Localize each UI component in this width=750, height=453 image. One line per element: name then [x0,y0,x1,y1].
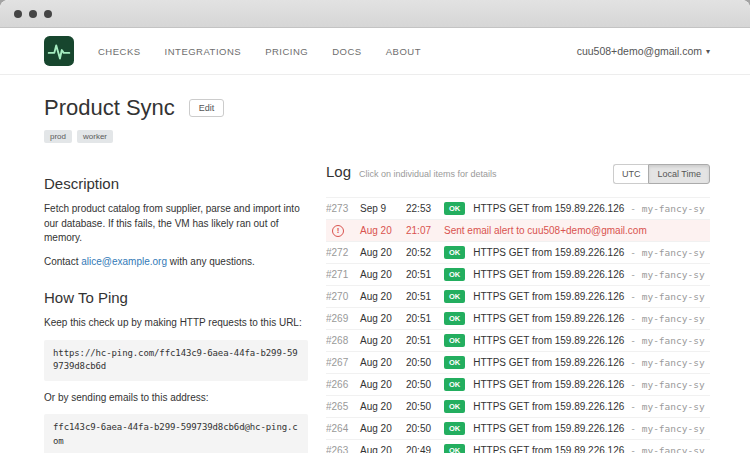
ok-status-badge: OK [444,334,465,348]
log-row-id: #270 [326,291,360,302]
log-row[interactable]: #272 Aug 20 20:52 OK HTTPS GET from 159.… [326,242,710,264]
log-row-event: HTTPS GET from 159.89.226.126 [473,445,624,453]
log-row-date: Aug 20 [360,401,406,412]
log-row-date: Aug 20 [360,225,406,236]
log-row-id: #264 [326,423,360,434]
ok-status-badge: OK [444,268,465,282]
ok-status-badge: OK [444,444,465,453]
check-title-row: Product Sync Edit [44,95,710,121]
ok-status-badge: OK [444,246,465,260]
log-row-time: 20:51 [406,291,444,302]
log-row[interactable]: #266 Aug 20 20:50 OK HTTPS GET from 159.… [326,374,710,396]
log-row-date: Sep 9 [360,203,406,214]
two-column-layout: Description Fetch product catalog from s… [44,161,710,453]
log-row-id: #272 [326,247,360,258]
log-row-time: 20:52 [406,247,444,258]
log-row-time: 22:53 [406,203,444,214]
contact-email-link[interactable]: alice@example.org [81,256,167,267]
log-row[interactable]: #273 Sep 9 22:53 OK HTTPS GET from 159.8… [326,198,710,220]
ok-status-badge: OK [444,202,465,216]
log-row-id: #266 [326,379,360,390]
log-header: Log Click on individual items for detail… [326,163,710,184]
log-row-id: #265 [326,401,360,412]
description-heading: Description [44,175,308,192]
log-row-agent: - my-fancy-sy [630,401,710,412]
log-row-date: Aug 20 [360,269,406,280]
log-row-date: Aug 20 [360,357,406,368]
log-row[interactable]: #264 Aug 20 20:50 OK HTTPS GET from 159.… [326,418,710,440]
log-row-date: Aug 20 [360,335,406,346]
log-row-agent: - my-fancy-sy [630,357,710,368]
log-row-time: 20:49 [406,445,444,453]
account-menu[interactable]: cuu508+demo@gmail.com ▾ [577,45,710,57]
log-row[interactable]: #265 Aug 20 20:50 OK HTTPS GET from 159.… [326,396,710,418]
log-row-time: 20:51 [406,313,444,324]
tag-badge: prod [44,130,72,143]
log-row[interactable]: #269 Aug 20 20:51 OK HTTPS GET from 159.… [326,308,710,330]
log-rows: #273 Sep 9 22:53 OK HTTPS GET from 159.8… [326,197,710,453]
log-row-agent: - my-fancy-sy [630,247,710,258]
log-row[interactable]: #263 Aug 20 20:49 OK HTTPS GET from 159.… [326,440,710,453]
log-row[interactable]: #267 Aug 20 20:50 OK HTTPS GET from 159.… [326,352,710,374]
account-email: cuu508+demo@gmail.com [577,45,702,57]
timezone-toggle: UTC Local Time [613,164,710,184]
log-row-date: Aug 20 [360,423,406,434]
log-row[interactable]: #268 Aug 20 20:51 OK HTTPS GET from 159.… [326,330,710,352]
log-row[interactable]: #271 Aug 20 20:51 OK HTTPS GET from 159.… [326,264,710,286]
log-row-agent: - my-fancy-sy [630,379,710,390]
ok-status-badge: OK [444,356,465,370]
window-control-dot [14,10,22,18]
nav-item-integrations[interactable]: INTEGRATIONS [165,46,242,57]
top-navbar: CHECKS INTEGRATIONS PRICING DOCS ABOUT c… [0,28,750,75]
utc-button[interactable]: UTC [613,164,649,184]
log-row-event: HTTPS GET from 159.89.226.126 [473,379,624,390]
log-hint: Click on individual items for details [359,169,497,179]
log-row-agent: - my-fancy-sy [630,423,710,434]
log-row-id: #273 [326,203,360,214]
ping-email-code: ffc143c9-6aea-44fa-b299-599739d8cb6d@hc-… [44,414,308,453]
log-row-agent: - my-fancy-sy [630,269,710,280]
page-title: Product Sync [44,95,175,121]
healthchecks-logo-icon[interactable] [44,36,74,66]
log-row-date: Aug 20 [360,379,406,390]
nav-item-docs[interactable]: DOCS [332,46,361,57]
log-row-date: Aug 20 [360,313,406,324]
ok-status-badge: OK [444,400,465,414]
contact-line: Contact alice@example.org with any quest… [44,255,308,270]
log-row-agent: - my-fancy-sy [630,291,710,302]
nav-item-about[interactable]: ABOUT [386,46,421,57]
nav-item-checks[interactable]: CHECKS [98,46,141,57]
log-row-date: Aug 20 [360,445,406,453]
log-row-id: #263 [326,445,360,453]
log-row-agent: - my-fancy-sy [630,335,710,346]
log-row-time: 20:50 [406,423,444,434]
log-alert-row[interactable]: Aug 20 21:07 Sent email alert to cuu508+… [326,220,710,242]
ok-status-badge: OK [444,422,465,436]
log-row-id-cell [326,224,360,237]
contact-prefix: Contact [44,256,81,267]
ping-email-instruction: Or by sending emails to this address: [44,391,308,406]
log-row-date: Aug 20 [360,247,406,258]
log-row[interactable]: #270 Aug 20 20:51 OK HTTPS GET from 159.… [326,286,710,308]
log-row-time: 20:51 [406,335,444,346]
log-row-id: #267 [326,357,360,368]
log-row-time: 21:07 [406,225,444,236]
log-row-event: HTTPS GET from 159.89.226.126 [473,335,624,346]
nav-item-pricing[interactable]: PRICING [265,46,308,57]
edit-button[interactable]: Edit [189,99,225,117]
nav-menu: CHECKS INTEGRATIONS PRICING DOCS ABOUT [98,46,421,57]
description-text: Fetch product catalog from supplier, par… [44,202,308,246]
page-content: Product Sync Edit prod worker Descriptio… [0,75,750,453]
alert-icon [332,225,344,237]
window-control-dot [44,10,52,18]
ok-status-badge: OK [444,290,465,304]
log-row-date: Aug 20 [360,291,406,302]
log-alert-event: Sent email alert to cuu508+demo@gmail.co… [444,225,647,236]
log-row-event: HTTPS GET from 159.89.226.126 [473,357,624,368]
window-control-dot [29,10,37,18]
log-column: Log Click on individual items for detail… [326,161,710,453]
details-column: Description Fetch product catalog from s… [44,161,308,453]
local-time-button[interactable]: Local Time [648,164,710,184]
log-row-agent: - my-fancy-sy [630,313,710,324]
how-to-ping-heading: How To Ping [44,289,308,306]
